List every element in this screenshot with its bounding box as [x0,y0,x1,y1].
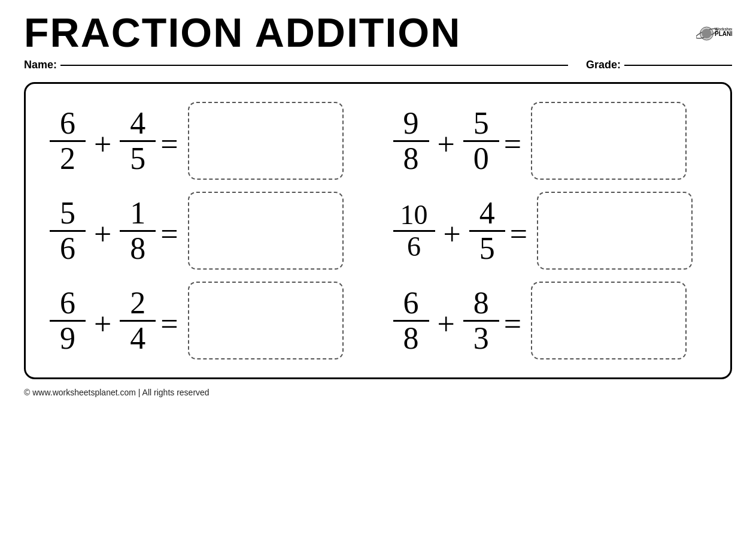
grade-label: Grade: [586,59,621,71]
fraction-2a: 9 8 [393,108,429,174]
problem-4: 10 6 + 4 5 = [393,192,707,270]
fraction-6a: 6 8 [393,288,429,354]
fraction-3b: 1 8 [120,198,156,264]
equals-4a: = [510,216,527,252]
denominator-4a: 6 [407,233,421,261]
page-header: FRACTION ADDITION Worksheets PLANET [24,12,732,53]
problem-row-2: 5 6 + 1 8 = 10 6 + 4 5 [50,192,706,270]
numerator-4a: 10 [400,201,428,229]
fraction-4b: 4 5 [469,198,505,264]
operator-6a: + [438,306,455,341]
svg-text:PLANET: PLANET [715,31,732,37]
answer-box-6a[interactable] [531,282,687,359]
fraction-4a: 10 6 [393,201,435,261]
numerator-1b: 4 [130,108,145,139]
answer-box-1a[interactable] [188,102,344,180]
problems-container: 6 2 + 4 5 = 9 8 + 5 0 [24,82,732,379]
denominator-3b: 8 [130,233,145,264]
problem-2: 9 8 + 5 0 = [393,102,707,180]
numerator-5b: 2 [130,288,145,319]
denominator-5a: 9 [60,323,75,354]
answer-box-3a[interactable] [188,192,344,270]
equals-3a: = [160,216,178,252]
fraction-5a: 6 9 [50,288,86,354]
denominator-2a: 8 [403,143,419,174]
numerator-3b: 1 [130,198,145,229]
numerator-6a: 6 [403,288,419,319]
problem-5: 6 9 + 2 4 = [50,282,363,359]
answer-box-4a[interactable] [537,192,693,270]
denominator-5b: 4 [130,323,145,354]
name-line [60,65,568,66]
denominator-3a: 6 [60,233,75,264]
denominator-6b: 3 [473,323,489,354]
page-title: FRACTION ADDITION [24,12,461,53]
denominator-1b: 5 [130,143,145,174]
numerator-1a: 6 [60,108,75,139]
operator-1a: + [94,126,111,162]
answer-box-5a[interactable] [188,282,344,359]
logo-area: Worksheets PLANET [696,15,732,51]
grade-line [624,65,732,66]
footer-text: © www.worksheetsplanet.com | All rights … [24,388,210,397]
operator-2a: + [438,126,455,162]
numerator-5a: 6 [60,288,75,319]
numerator-4b: 4 [479,198,495,229]
problem-row-1: 6 2 + 4 5 = 9 8 + 5 0 [50,102,706,180]
denominator-6a: 8 [403,323,419,354]
fraction-3a: 5 6 [50,198,86,264]
operator-4a: + [444,216,461,252]
equals-2a: = [504,126,521,162]
problem-1: 6 2 + 4 5 = [50,102,363,180]
answer-box-2a[interactable] [531,102,687,180]
numerator-6b: 8 [473,288,489,319]
footer: © www.worksheetsplanet.com | All rights … [24,388,732,397]
equals-1a: = [160,126,178,162]
name-grade-row: Name: Grade: [24,59,732,71]
equals-5a: = [160,306,178,341]
fraction-1b: 4 5 [120,108,156,174]
fraction-5b: 2 4 [120,288,156,354]
operator-5a: + [94,306,111,341]
fraction-2b: 5 0 [463,108,499,174]
numerator-3a: 5 [60,198,75,229]
denominator-1a: 2 [60,143,75,174]
svg-point-2 [702,29,712,38]
name-label: Name: [24,59,57,71]
logo-icon: Worksheets PLANET [696,15,732,51]
equals-6a: = [504,306,521,341]
problem-row-3: 6 9 + 2 4 = 6 8 + 8 3 [50,282,706,359]
fraction-1a: 6 2 [50,108,86,174]
denominator-2b: 0 [473,143,489,174]
numerator-2b: 5 [473,108,489,139]
fraction-6b: 8 3 [463,288,499,354]
problem-3: 5 6 + 1 8 = [50,192,363,270]
numerator-2a: 9 [403,108,419,139]
problem-6: 6 8 + 8 3 = [393,282,707,359]
operator-3a: + [94,216,111,252]
denominator-4b: 5 [479,233,495,264]
